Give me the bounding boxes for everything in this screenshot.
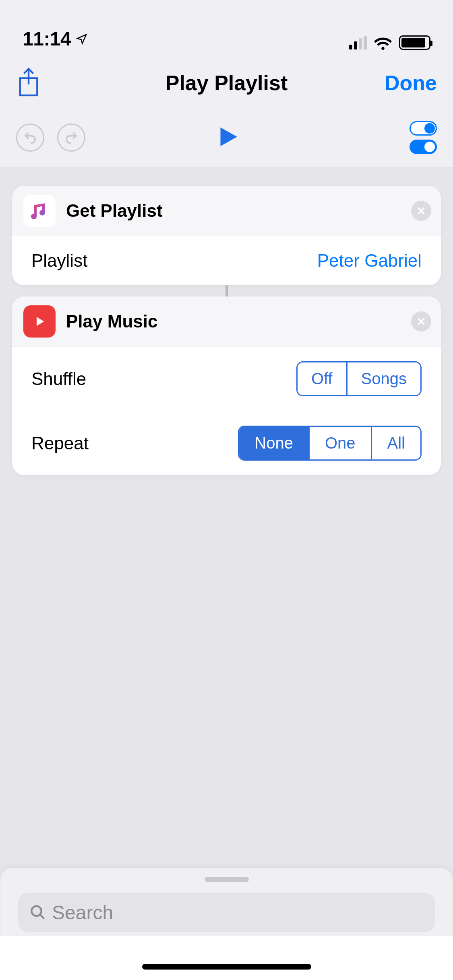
action-get-playlist[interactable]: Get Playlist Playlist Peter Gabriel — [12, 186, 441, 285]
home-indicator[interactable] — [142, 964, 311, 970]
workflow-canvas[interactable]: Get Playlist Playlist Peter Gabriel Play… — [0, 167, 453, 980]
param-label: Playlist — [31, 251, 87, 271]
toggle-bottom-icon — [410, 140, 437, 154]
repeat-option-all[interactable]: All — [371, 427, 420, 459]
connector — [12, 285, 441, 296]
toggle-stack[interactable] — [410, 121, 437, 154]
action-play-music[interactable]: Play Music Shuffle Off Songs Repeat None… — [12, 296, 441, 475]
cellular-icon — [349, 36, 367, 49]
share-icon[interactable] — [16, 67, 41, 99]
location-icon — [76, 33, 88, 45]
toolbar — [0, 113, 453, 167]
sheet-grabber[interactable] — [205, 877, 249, 882]
status-time: 11:14 — [23, 28, 71, 50]
page-title: Play Playlist — [97, 71, 356, 95]
repeat-option-none[interactable]: None — [239, 427, 308, 459]
redo-button[interactable] — [57, 124, 85, 152]
shuffle-row: Shuffle Off Songs — [12, 346, 441, 411]
status-bar: 11:14 — [0, 0, 453, 53]
shuffle-option-off[interactable]: Off — [298, 362, 346, 395]
playlist-value[interactable]: Peter Gabriel — [317, 251, 422, 271]
playlist-parameter-row[interactable]: Playlist Peter Gabriel — [12, 236, 441, 285]
action-title: Play Music — [66, 311, 157, 331]
toggle-top-icon — [410, 121, 437, 136]
done-button[interactable]: Done — [356, 71, 437, 95]
remove-action-button[interactable] — [411, 311, 431, 331]
svg-point-1 — [31, 906, 41, 916]
shuffle-label: Shuffle — [31, 369, 86, 389]
run-button[interactable] — [214, 124, 239, 151]
action-title: Get Playlist — [66, 201, 163, 221]
battery-icon — [399, 35, 430, 50]
remove-action-button[interactable] — [411, 201, 431, 221]
search-placeholder: Search — [52, 902, 113, 924]
repeat-segmented[interactable]: None One All — [238, 426, 422, 461]
nav-bar: Play Playlist Done — [0, 53, 453, 113]
shuffle-segmented[interactable]: Off Songs — [296, 361, 422, 396]
repeat-row: Repeat None One All — [12, 411, 441, 475]
music-app-icon — [23, 195, 56, 227]
bottom-bar — [0, 936, 453, 980]
repeat-option-one[interactable]: One — [308, 427, 371, 459]
search-icon — [29, 904, 46, 921]
wifi-icon — [373, 35, 393, 50]
undo-button[interactable] — [16, 124, 44, 152]
shuffle-option-songs[interactable]: Songs — [346, 362, 420, 395]
play-music-app-icon — [23, 305, 56, 338]
repeat-label: Repeat — [31, 433, 89, 453]
search-field[interactable]: Search — [18, 893, 435, 932]
